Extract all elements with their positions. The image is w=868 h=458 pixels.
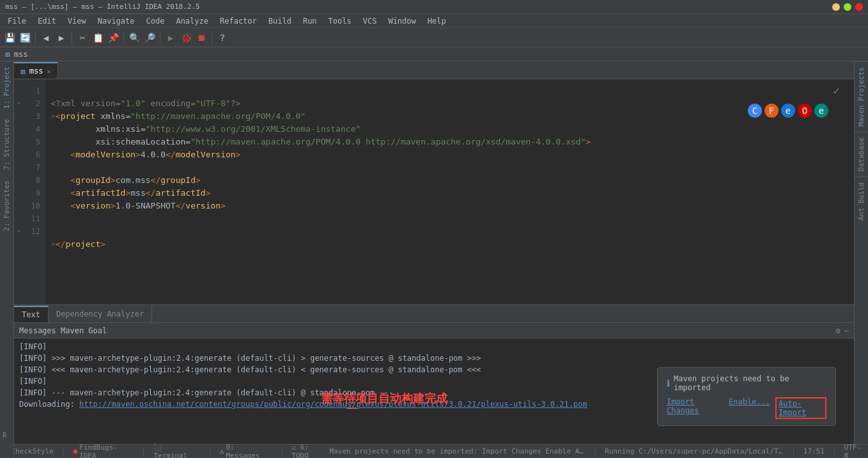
running-status: Running C:/Users/super-pc/AppData/Local/… <box>605 447 784 455</box>
downloading-link[interactable]: http://maven.oschina.net/content/groups/… <box>79 400 587 409</box>
bottom-toolbar: Messages Maven Goal ⚙ — <box>14 323 854 338</box>
ant-build-tab[interactable]: Ant Build <box>855 177 868 226</box>
menu-run[interactable]: Run <box>298 15 322 27</box>
file-tab-name: mss <box>29 67 43 75</box>
toolbar-separator-1 <box>35 31 36 44</box>
tab-dependency-analyzer[interactable]: Dependency Analyzer <box>49 306 152 322</box>
file-tab-close-button[interactable]: ✕ <box>47 68 51 75</box>
findbugs-tab[interactable]: ● FindBugs-IDEA <box>73 443 134 459</box>
project-icon: m <box>5 49 10 59</box>
help-button[interactable]: ? <box>215 31 229 45</box>
debug-button[interactable]: 🐞 <box>179 31 193 45</box>
sep6: | <box>791 447 796 455</box>
status-right: Maven projects need to be imported: Impo… <box>330 443 863 459</box>
forward-button[interactable]: ▶ <box>54 31 68 45</box>
menu-build[interactable]: Build <box>263 15 297 27</box>
popup-title: ℹ Maven projects need to be imported <box>667 374 826 392</box>
stop-button[interactable]: ⏹ <box>194 31 208 45</box>
file-tab-icon: m <box>20 67 26 76</box>
maximize-button[interactable] <box>844 3 851 11</box>
findbugs-label: FindBugs-IDEA <box>79 443 134 459</box>
toolbar-separator-5 <box>212 31 212 44</box>
toolbar: 💾 🔄 ◀ ▶ ✂ 📋 📌 🔍 🔎 ▶ 🐞 ⏹ ? <box>0 28 868 47</box>
popup-title-text: Maven projects need to be imported <box>674 374 826 392</box>
status-left: ✱ CheckStyle | ● FindBugs-IDEA | ⬛ Termi… <box>5 443 330 459</box>
rebel-icon[interactable]: R <box>3 432 6 439</box>
project-panel-tab[interactable]: 1: Project <box>0 61 13 114</box>
messages-label: 0: Messages <box>226 443 272 459</box>
toolbar-separator-2 <box>72 31 72 44</box>
save-button[interactable]: 💾 <box>3 31 17 45</box>
window-controls <box>832 3 863 11</box>
tab-text[interactable]: Text <box>14 306 49 322</box>
findbugs-icon: ● <box>73 447 77 455</box>
database-tab[interactable]: Database <box>855 132 868 177</box>
menu-file[interactable]: File <box>3 15 31 27</box>
status-bottom-tabs: ✱ CheckStyle | ● FindBugs-IDEA | ⬛ Termi… <box>5 443 330 459</box>
toolbar-separator-4 <box>160 31 160 44</box>
messages-icon: ⚠ <box>220 447 224 455</box>
window-title: mss – [...\mss] – mss – IntelliJ IDEA 20… <box>5 3 863 11</box>
bottom-toolbar-actions: ⚙ — <box>836 326 849 335</box>
menu-code[interactable]: Code <box>141 15 170 27</box>
minimize-button[interactable] <box>832 3 840 11</box>
project-name: mss <box>14 50 28 59</box>
maven-popup: ℹ Maven projects need to be imported Imp… <box>657 367 836 426</box>
status-bar: ✱ CheckStyle | ● FindBugs-IDEA | ⬛ Termi… <box>0 444 868 458</box>
find-button[interactable]: 🔍 <box>127 31 141 45</box>
run-button[interactable]: ▶ <box>164 31 178 45</box>
menu-vcs[interactable]: VCS <box>358 15 382 27</box>
menu-help[interactable]: Help <box>422 15 451 27</box>
todo-tab[interactable]: ☑ 6: TODO <box>291 443 329 459</box>
menu-analyze[interactable]: Analyze <box>171 15 213 27</box>
menu-navigate[interactable]: Navigate <box>93 15 140 27</box>
copy-button[interactable]: 📋 <box>91 31 105 45</box>
menu-refactor[interactable]: Refactor <box>215 15 262 27</box>
cut-button[interactable]: ✂ <box>75 31 89 45</box>
auto-import-link[interactable]: Auto-Import <box>775 397 826 419</box>
project-bar: m mss <box>0 47 868 61</box>
file-tabs: m mss ✕ <box>14 61 854 79</box>
structure-panel-tab[interactable]: 7: Structure <box>0 114 13 175</box>
sep: | <box>61 447 66 455</box>
time-display: 17:51 <box>803 447 825 455</box>
paste-button[interactable]: 📌 <box>106 31 120 45</box>
bottom-tabs: Text Dependency Analyzer <box>14 305 854 323</box>
close-button[interactable] <box>855 3 863 11</box>
menu-bar: File Edit View Navigate Code Analyze Ref… <box>0 14 868 28</box>
back-button[interactable]: ◀ <box>39 31 53 45</box>
menu-edit[interactable]: Edit <box>33 15 61 27</box>
maven-projects-tab[interactable]: Maven Projects <box>855 61 868 132</box>
sep4: | <box>280 447 284 455</box>
encoding-display: UTF-8 <box>844 443 863 459</box>
menu-view[interactable]: View <box>63 15 91 27</box>
sep2: | <box>142 447 146 455</box>
bottom-toolbar-label: Messages Maven Goal <box>19 326 107 335</box>
menu-tools[interactable]: Tools <box>323 15 357 27</box>
console-line-1: [INFO] <box>19 341 849 352</box>
checkstyle-label: CheckStyle <box>12 447 54 455</box>
replace-button[interactable]: 🔎 <box>143 31 157 45</box>
messages-tab[interactable]: ⚠ 0: Messages <box>220 443 272 459</box>
sep3: | <box>208 447 212 455</box>
sep5: | <box>593 447 598 455</box>
terminal-tab[interactable]: ⬛ Terminal <box>153 443 200 459</box>
console-line-2: [INFO] >>> maven-archetype-plugin:2.4:ge… <box>19 352 849 364</box>
sync-button[interactable]: 🔄 <box>18 31 32 45</box>
status-message: Maven projects need to be imported: Impo… <box>330 447 585 455</box>
right-sidebar: Maven Projects Database Ant Build <box>854 61 868 458</box>
favorites-panel-tab[interactable]: 2: Favorites <box>0 175 13 236</box>
toolbar-separator-3 <box>123 31 124 44</box>
left-panel: 1: Project 7: Structure 2: Favorites R <box>0 61 14 458</box>
close-panel-icon[interactable]: — <box>844 326 849 335</box>
import-changes-link[interactable]: Import Changes <box>667 397 724 419</box>
enable-link[interactable]: Enable... <box>729 397 770 419</box>
sep7: | <box>832 447 837 455</box>
title-bar: mss – [...\mss] – mss – IntelliJ IDEA 20… <box>0 0 868 14</box>
file-tab-mss[interactable]: m mss ✕ <box>14 62 58 79</box>
todo-icon: ☑ <box>291 443 296 452</box>
menu-window[interactable]: Window <box>383 15 421 27</box>
popup-actions: Import Changes Enable... Auto-Import <box>667 397 826 419</box>
settings-icon[interactable]: ⚙ <box>836 326 841 335</box>
info-icon: ℹ <box>667 378 670 388</box>
